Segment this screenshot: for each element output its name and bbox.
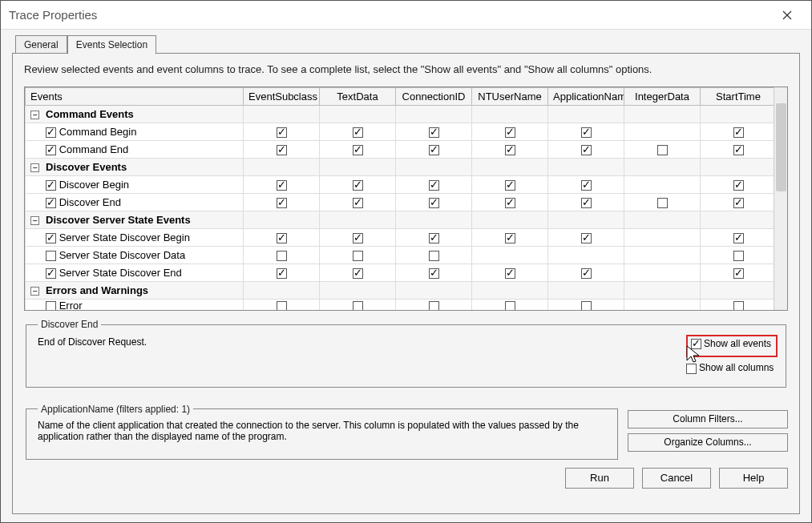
cell-checkbox[interactable] (277, 251, 287, 261)
cell-checkbox[interactable] (46, 198, 56, 208)
cell-checkbox[interactable] (353, 127, 363, 138)
grid-cell[interactable] (701, 300, 774, 311)
grid-cell[interactable] (472, 229, 548, 247)
grid-cell[interactable] (396, 229, 472, 247)
run-button[interactable]: Run (565, 468, 634, 489)
cell-checkbox[interactable] (733, 251, 744, 261)
close-button[interactable] (771, 3, 803, 27)
show-all-columns-checkbox[interactable] (686, 364, 697, 374)
column-header[interactable]: Events (26, 88, 244, 106)
event-row-label[interactable]: Command Begin (26, 123, 244, 141)
cell-checkbox[interactable] (277, 198, 287, 208)
grid-cell[interactable] (244, 264, 320, 282)
column-header[interactable]: ConnectionID (396, 88, 472, 106)
grid-cell[interactable] (320, 300, 396, 311)
grid-cell[interactable] (244, 300, 320, 311)
grid-cell[interactable] (472, 247, 548, 264)
cell-checkbox[interactable] (505, 301, 515, 310)
cell-checkbox[interactable] (46, 233, 56, 243)
cell-checkbox[interactable] (429, 268, 439, 279)
grid-cell[interactable] (320, 123, 396, 141)
grid-cell[interactable] (396, 247, 472, 264)
tab-events-selection[interactable]: Events Selection (67, 35, 156, 54)
cell-checkbox[interactable] (505, 180, 515, 191)
grid-cell[interactable] (320, 229, 396, 247)
grid-cell[interactable] (244, 141, 320, 159)
grid-cell[interactable] (396, 141, 472, 159)
grid-cell[interactable] (396, 194, 472, 211)
cell-checkbox[interactable] (353, 198, 363, 208)
grid-cell[interactable] (701, 194, 774, 211)
vertical-scrollbar[interactable] (774, 87, 787, 310)
group-header[interactable]: −Discover Events (26, 159, 244, 176)
cell-checkbox[interactable] (581, 268, 592, 279)
grid-cell[interactable] (548, 141, 624, 159)
cell-checkbox[interactable] (277, 145, 287, 155)
grid-cell[interactable] (396, 300, 472, 311)
cell-checkbox[interactable] (353, 180, 363, 191)
event-row-label[interactable]: Server State Discover Data (26, 247, 244, 264)
cell-checkbox[interactable] (429, 301, 439, 310)
grid-cell[interactable] (548, 176, 624, 194)
group-header[interactable]: −Errors and Warnings (26, 282, 244, 300)
grid-cell[interactable] (244, 229, 320, 247)
cell-checkbox[interactable] (733, 233, 744, 243)
grid-cell[interactable] (701, 264, 774, 282)
cell-checkbox[interactable] (733, 268, 744, 279)
cell-checkbox[interactable] (46, 127, 56, 138)
cell-checkbox[interactable] (581, 301, 592, 310)
column-header[interactable]: ApplicationName (548, 88, 624, 106)
grid-cell[interactable] (244, 247, 320, 264)
column-header[interactable]: StartTime (701, 88, 774, 106)
cell-checkbox[interactable] (277, 180, 287, 191)
show-all-events-checkbox[interactable] (691, 339, 701, 349)
cell-checkbox[interactable] (581, 198, 592, 208)
collapse-icon[interactable]: − (30, 287, 39, 296)
cell-checkbox[interactable] (429, 180, 439, 191)
event-row-label[interactable]: Discover Begin (26, 176, 244, 194)
grid-cell[interactable] (624, 229, 701, 247)
column-header[interactable]: NTUserName (472, 88, 548, 106)
cell-checkbox[interactable] (429, 198, 439, 208)
grid-cell[interactable] (244, 194, 320, 211)
column-header[interactable]: IntegerData (624, 88, 701, 106)
event-row-label[interactable]: Server State Discover Begin (26, 229, 244, 247)
grid-cell[interactable] (624, 194, 701, 211)
grid-cell[interactable] (320, 264, 396, 282)
cell-checkbox[interactable] (277, 127, 287, 138)
grid-cell[interactable] (472, 300, 548, 311)
cell-checkbox[interactable] (46, 145, 56, 155)
grid-cell[interactable] (548, 264, 624, 282)
grid-cell[interactable] (472, 176, 548, 194)
cell-checkbox[interactable] (733, 301, 744, 310)
cell-checkbox[interactable] (46, 301, 56, 310)
grid-cell[interactable] (701, 229, 774, 247)
cell-checkbox[interactable] (277, 301, 287, 310)
cell-checkbox[interactable] (277, 268, 287, 279)
grid-cell[interactable] (244, 123, 320, 141)
grid-cell[interactable] (624, 123, 701, 141)
collapse-icon[interactable]: − (30, 163, 39, 172)
cell-checkbox[interactable] (46, 268, 56, 279)
cell-checkbox[interactable] (505, 145, 515, 155)
cell-checkbox[interactable] (353, 268, 363, 279)
grid-cell[interactable] (320, 141, 396, 159)
grid-cell[interactable] (624, 264, 701, 282)
cell-checkbox[interactable] (277, 233, 287, 243)
grid-cell[interactable] (472, 194, 548, 211)
organize-columns-button[interactable]: Organize Columns... (628, 433, 788, 452)
cell-checkbox[interactable] (733, 145, 744, 155)
cell-checkbox[interactable] (505, 233, 515, 243)
cell-checkbox[interactable] (46, 251, 56, 261)
column-header[interactable]: TextData (320, 88, 396, 106)
cell-checkbox[interactable] (353, 145, 363, 155)
cell-checkbox[interactable] (733, 127, 744, 138)
grid-cell[interactable] (396, 176, 472, 194)
cell-checkbox[interactable] (657, 145, 668, 155)
tab-general[interactable]: General (15, 35, 67, 54)
show-all-events-option[interactable]: Show all events (691, 338, 771, 349)
cell-checkbox[interactable] (429, 251, 439, 261)
cell-checkbox[interactable] (733, 198, 744, 208)
cell-checkbox[interactable] (581, 233, 592, 243)
grid-cell[interactable] (624, 176, 701, 194)
